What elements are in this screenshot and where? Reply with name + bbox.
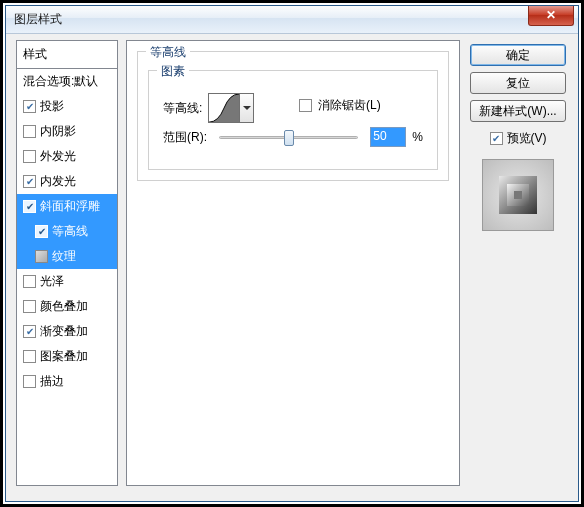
- range-input[interactable]: 50: [370, 127, 406, 147]
- style-item-satin[interactable]: 光泽: [17, 269, 117, 294]
- preview-label: 预览(V): [507, 130, 547, 147]
- preview-checkbox[interactable]: [490, 132, 503, 145]
- buttons-panel: 确定 复位 新建样式(W)... 预览(V): [468, 40, 568, 486]
- style-item-inner-shadow[interactable]: 内阴影: [17, 119, 117, 144]
- new-style-button[interactable]: 新建样式(W)...: [470, 100, 566, 122]
- range-unit: %: [412, 130, 423, 144]
- style-item-drop-shadow[interactable]: 投影: [17, 94, 117, 119]
- styles-header: 样式: [17, 41, 117, 69]
- checkbox-icon[interactable]: [23, 375, 36, 388]
- checkbox-icon[interactable]: [23, 200, 36, 213]
- checkbox-icon[interactable]: [35, 225, 48, 238]
- group-contour: 等高线 图素 等高线:: [137, 51, 449, 181]
- checkbox-icon[interactable]: [23, 150, 36, 163]
- antialias-checkbox[interactable]: [299, 99, 312, 112]
- checkbox-icon[interactable]: [23, 300, 36, 313]
- close-icon: ✕: [546, 8, 556, 22]
- style-item-contour[interactable]: 等高线: [17, 219, 117, 244]
- title-bar: 图层样式 ✕: [6, 6, 578, 34]
- style-item-outer-glow[interactable]: 外发光: [17, 144, 117, 169]
- style-item-gradient-overlay[interactable]: 渐变叠加: [17, 319, 117, 344]
- texture-icon: [35, 250, 48, 263]
- blend-options-item[interactable]: 混合选项:默认: [17, 69, 117, 94]
- checkbox-icon[interactable]: [23, 275, 36, 288]
- contour-picker[interactable]: [208, 93, 240, 123]
- settings-panel: 等高线 图素 等高线:: [126, 40, 460, 486]
- antialias-label: 消除锯齿(L): [318, 97, 381, 114]
- cancel-button[interactable]: 复位: [470, 72, 566, 94]
- checkbox-icon[interactable]: [23, 100, 36, 113]
- preview-swatch: [482, 159, 554, 231]
- style-item-texture[interactable]: 纹理: [17, 244, 117, 269]
- group-label: 等高线: [146, 44, 190, 61]
- style-item-pattern-overlay[interactable]: 图案叠加: [17, 344, 117, 369]
- checkbox-icon[interactable]: [23, 175, 36, 188]
- bevel-preview-icon: [499, 176, 537, 214]
- checkbox-icon[interactable]: [23, 325, 36, 338]
- ok-button[interactable]: 确定: [470, 44, 566, 66]
- style-item-bevel-emboss[interactable]: 斜面和浮雕: [17, 194, 117, 219]
- range-slider[interactable]: [219, 127, 358, 147]
- range-label: 范围(R):: [163, 129, 207, 146]
- close-button[interactable]: ✕: [528, 6, 574, 26]
- group-label: 图素: [157, 63, 189, 80]
- contour-dropdown[interactable]: [240, 93, 254, 123]
- style-item-inner-glow[interactable]: 内发光: [17, 169, 117, 194]
- checkbox-icon[interactable]: [23, 350, 36, 363]
- style-item-color-overlay[interactable]: 颜色叠加: [17, 294, 117, 319]
- style-item-stroke[interactable]: 描边: [17, 369, 117, 394]
- window-title: 图层样式: [14, 11, 62, 28]
- group-elements: 图素 等高线: 消除锯齿(L): [148, 70, 438, 170]
- styles-panel: 样式 混合选项:默认 投影 内阴影 外发光 内发光 斜面和浮雕 等高线 纹理 光…: [16, 40, 118, 486]
- checkbox-icon[interactable]: [23, 125, 36, 138]
- contour-label: 等高线:: [163, 100, 202, 117]
